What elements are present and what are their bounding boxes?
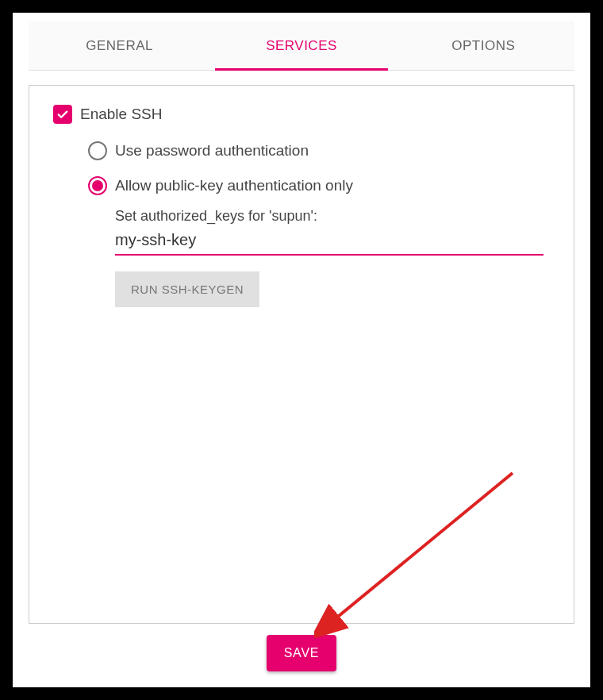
- tabs-bar: GENERAL SERVICES OPTIONS: [29, 21, 574, 71]
- authorized-keys-input[interactable]: [115, 228, 543, 256]
- tab-services[interactable]: SERVICES: [210, 21, 392, 70]
- enable-ssh-checkbox[interactable]: [53, 105, 72, 124]
- run-ssh-keygen-label: RUN SSH-KEYGEN: [131, 283, 244, 296]
- tab-options-label: OPTIONS: [451, 38, 515, 53]
- checkmark-icon: [56, 107, 70, 121]
- tab-services-label: SERVICES: [266, 38, 337, 53]
- tab-options[interactable]: OPTIONS: [393, 21, 574, 70]
- save-button-wrap: SAVE: [29, 635, 574, 671]
- password-auth-row: Use password authentication: [88, 141, 550, 160]
- password-auth-label: Use password authentication: [115, 142, 309, 160]
- enable-ssh-row: Enable SSH: [53, 105, 550, 124]
- tab-general[interactable]: GENERAL: [29, 21, 210, 70]
- run-ssh-keygen-button[interactable]: RUN SSH-KEYGEN: [115, 271, 259, 307]
- auth-mode-group: Use password authentication Allow public…: [88, 141, 550, 211]
- services-panel: Enable SSH Use password authentication A…: [29, 85, 574, 624]
- save-button-label: SAVE: [284, 646, 320, 660]
- save-button[interactable]: SAVE: [267, 635, 337, 671]
- password-auth-radio[interactable]: [88, 141, 107, 160]
- pubkey-auth-radio[interactable]: [88, 176, 107, 195]
- pubkey-auth-label: Allow public-key authentication only: [115, 177, 353, 194]
- authorized-keys-label: Set authorized_keys for 'supun':: [115, 208, 550, 225]
- tab-general-label: GENERAL: [86, 38, 153, 53]
- enable-ssh-label: Enable SSH: [80, 106, 163, 123]
- pubkey-auth-row: Allow public-key authentication only: [88, 176, 550, 195]
- authorized-keys-group: Set authorized_keys for 'supun': RUN SSH…: [115, 208, 550, 307]
